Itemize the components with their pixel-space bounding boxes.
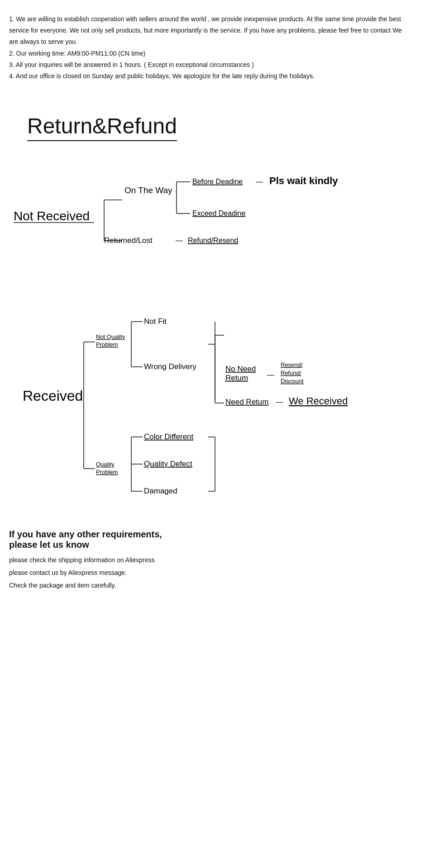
quality-defect-label: Quality Defect: [144, 460, 192, 468]
quality-problem-label1: Quality: [96, 461, 115, 468]
intro-line6: 4. And our office is closed on Sunday an…: [9, 71, 416, 82]
pls-wait-label: Pls wait kindly: [269, 175, 338, 186]
footer-section: If you have any other requirements, plea…: [9, 529, 421, 592]
intro-line4: 2. Our working time: AM9:00-PM11:00 (CN …: [9, 48, 416, 59]
intro-line2: service for everyone. We not only sell p…: [9, 25, 416, 36]
discount-label: Discount: [281, 378, 304, 384]
damaged-label: Damaged: [144, 487, 177, 495]
footer-line3: Check the package and item carefully.: [9, 579, 421, 592]
we-received-label: We Received: [289, 395, 348, 407]
no-need-return-label2: Retum: [225, 374, 248, 382]
section-title: Return&Refund: [18, 100, 421, 146]
footer-body: please check the shipping information on…: [9, 554, 421, 592]
need-return-label: Need Retum: [225, 398, 268, 406]
resend-label: Resend/: [281, 361, 303, 368]
intro-line5: 3. All your inquiries will be answered i…: [9, 59, 416, 71]
dash2: —: [176, 237, 183, 244]
not-quality-label1: Not Quality: [96, 333, 125, 340]
dash3: —: [267, 371, 274, 379]
received-root: Received: [23, 388, 83, 404]
dash1: —: [256, 178, 263, 185]
refund-resend-label: Refund/Resend: [188, 237, 238, 244]
returned-lost-label: Returned/Lost: [104, 236, 153, 245]
not-received-svg: Not Received On The Way Before Deadine —…: [9, 168, 416, 268]
received-svg: Received Not Quality Problem Not Fit Wro…: [9, 297, 416, 500]
exceed-deadine-label: Exceed Deadine: [192, 209, 246, 217]
not-received-root: Not Received: [14, 209, 90, 223]
intro-line3: are always to serve you.: [9, 36, 416, 47]
refund-label: Refund/: [281, 370, 301, 376]
on-the-way-label: On The Way: [124, 185, 172, 195]
footer-line1: please check the shipping information on…: [9, 554, 421, 566]
wrong-delivery-label: Wrong Delivery: [144, 362, 196, 371]
intro-line1: 1. We are willing to establish cooperati…: [9, 14, 416, 25]
not-received-diagram-section: Not Received On The Way Before Deadine —…: [9, 168, 421, 270]
quality-problem-label2: Problem: [96, 469, 118, 475]
intro-section: 1. We are willing to establish cooperati…: [9, 14, 416, 82]
dash4: —: [276, 398, 283, 406]
footer-title: If you have any other requirements, plea…: [9, 529, 421, 550]
footer-line2: please contact us by Aliexpress message.: [9, 566, 421, 579]
before-deadine-label: Before Deadine: [192, 178, 243, 185]
received-diagram-section: Received Not Quality Problem Not Fit Wro…: [9, 297, 421, 502]
color-different-label: Color Different: [144, 432, 194, 441]
no-need-return-label1: No Need: [225, 365, 256, 373]
not-fit-label: Not Fit: [144, 317, 167, 326]
not-quality-label2: Problem: [96, 341, 118, 348]
